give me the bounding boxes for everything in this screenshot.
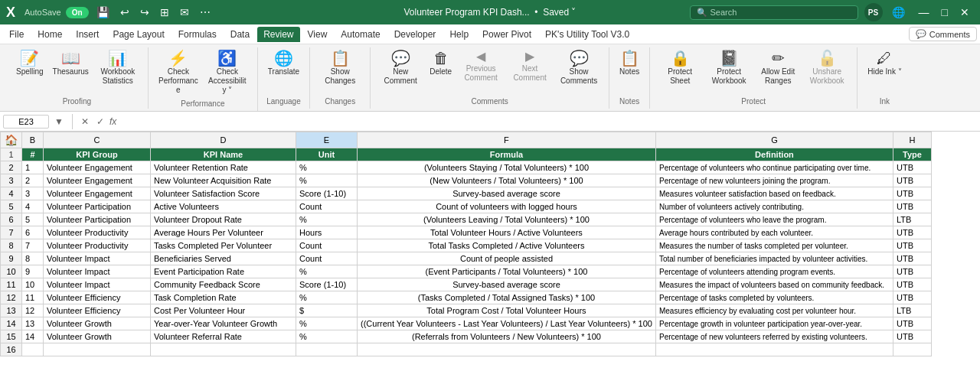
cell-kpi-group[interactable]: Volunteer Impact <box>44 278 151 291</box>
cell-unit[interactable]: % <box>296 161 358 174</box>
cell-kpi-name[interactable]: Cost Per Volunteer Hour <box>151 304 296 317</box>
cell-kpi-name[interactable]: Beneficiaries Served <box>151 252 296 265</box>
cell-definition[interactable]: Percentage of volunteers who continue pa… <box>655 161 893 174</box>
row-num[interactable]: 14 <box>1 317 22 330</box>
hide-ink-button[interactable]: 🖊 Hide Ink ˅ <box>864 47 905 80</box>
cell-num[interactable]: 11 <box>22 291 44 304</box>
cell-num[interactable]: 9 <box>22 265 44 278</box>
col-header-f[interactable]: F <box>358 132 656 148</box>
cell-formula[interactable]: (Volunteers Leaving / Total Volunteers) … <box>358 213 656 226</box>
cell-type[interactable]: LTB <box>893 304 931 317</box>
cell-kpi-group[interactable]: Volunteer Efficiency <box>44 304 151 317</box>
cell-type[interactable]: UTB <box>893 317 931 330</box>
redo-button[interactable]: ↪ <box>137 5 152 20</box>
cell-definition[interactable]: Average hours contributed by each volunt… <box>655 226 893 239</box>
menu-item-view[interactable]: View <box>302 27 334 42</box>
cell-kpi-name[interactable]: Event Participation Rate <box>151 265 296 278</box>
cell-formula[interactable]: Total Volunteer Hours / Active Volunteer… <box>358 226 656 239</box>
cell-empty[interactable] <box>296 343 358 356</box>
col-header-home[interactable]: 🏠 <box>1 132 22 148</box>
cell-definition[interactable]: Measures the number of tasks completed p… <box>655 239 893 252</box>
cell-type[interactable]: UTB <box>893 187 931 200</box>
cell-kpi-name[interactable]: Active Volunteers <box>151 200 296 213</box>
cell-kpi-group[interactable]: Volunteer Engagement <box>44 174 151 187</box>
cell-empty[interactable] <box>22 343 44 356</box>
cell-unit[interactable]: Count <box>296 200 358 213</box>
confirm-formula-button[interactable]: ✓ <box>94 116 106 128</box>
protect-sheet-button[interactable]: 🔒 Protect Sheet <box>656 47 704 89</box>
menu-item-review[interactable]: Review <box>257 27 299 42</box>
menu-item-formulas[interactable]: Formulas <box>172 27 223 42</box>
cell-type[interactable]: UTB <box>893 226 931 239</box>
save-button[interactable]: 💾 <box>93 5 113 20</box>
delete-comment-button[interactable]: 🗑 Delete <box>426 47 456 80</box>
cell-num[interactable]: 1 <box>22 161 44 174</box>
menu-item-developer[interactable]: Developer <box>388 27 443 42</box>
cell-type[interactable]: UTB <box>893 330 931 343</box>
cell-unit[interactable]: Count <box>296 239 358 252</box>
cell-kpi-group[interactable]: Volunteer Productivity <box>44 226 151 239</box>
cell-kpi-group[interactable]: Volunteer Participation <box>44 200 151 213</box>
cell-definition[interactable]: Percentage of new volunteers joining the… <box>655 174 893 187</box>
table-icon-button[interactable]: ⊞ <box>157 5 172 20</box>
row-num[interactable]: 7 <box>1 226 22 239</box>
cell-formula[interactable]: Count of people assisted <box>358 252 656 265</box>
more-tools-button[interactable]: ⋯ <box>197 5 214 20</box>
cell-kpi-group[interactable]: Volunteer Engagement <box>44 187 151 200</box>
cell-kpi-name[interactable]: Community Feedback Score <box>151 278 296 291</box>
cell-unit[interactable]: % <box>296 330 358 343</box>
cell-formula[interactable]: (Referrals from Volunteers / New Volunte… <box>358 330 656 343</box>
cell-kpi-group[interactable]: Volunteer Engagement <box>44 161 151 174</box>
cell-unit[interactable]: Hours <box>296 226 358 239</box>
menu-item-automate[interactable]: Automate <box>335 27 386 42</box>
row-num[interactable]: 2 <box>1 161 22 174</box>
cell-type[interactable]: UTB <box>893 265 931 278</box>
cell-type[interactable]: UTB <box>893 291 931 304</box>
cell-type[interactable]: UTB <box>893 174 931 187</box>
cell-num[interactable]: 4 <box>22 200 44 213</box>
new-comment-button[interactable]: 💬 New Comment <box>377 47 424 89</box>
cell-num[interactable]: 7 <box>22 239 44 252</box>
cell-definition[interactable]: Measures the impact of volunteers based … <box>655 278 893 291</box>
cell-kpi-name[interactable]: New Volunteer Acquisition Rate <box>151 174 296 187</box>
col-header-c[interactable]: C <box>44 132 151 148</box>
menu-item-data[interactable]: Data <box>224 27 256 42</box>
cell-definition[interactable]: Percentage of new volunteers referred by… <box>655 330 893 343</box>
cell-definition[interactable]: Percentage of volunteers who leave the p… <box>655 213 893 226</box>
cell-empty[interactable] <box>44 343 151 356</box>
cell-type[interactable]: UTB <box>893 200 931 213</box>
cell-formula[interactable]: Count of volunteers with logged hours <box>358 200 656 213</box>
cell-formula[interactable]: Survey-based average score <box>358 278 656 291</box>
cell-definition[interactable]: Percentage of tasks completed by volunte… <box>655 291 893 304</box>
notes-button[interactable]: 📋 Notes <box>616 47 643 80</box>
cell-num[interactable]: 8 <box>22 252 44 265</box>
cell-kpi-group[interactable]: Volunteer Participation <box>44 213 151 226</box>
cell-num[interactable]: 6 <box>22 226 44 239</box>
cell-kpi-name[interactable]: Year-over-Year Volunteer Growth <box>151 317 296 330</box>
avatar[interactable]: PS <box>864 3 883 21</box>
cell-definition[interactable]: Measures volunteer satisfaction based on… <box>655 187 893 200</box>
col-header-e[interactable]: E <box>296 132 358 148</box>
cell-unit[interactable]: Score (1-10) <box>296 278 358 291</box>
cell-definition[interactable]: Total number of beneficiaries impacted b… <box>655 252 893 265</box>
cell-formula[interactable]: (Tasks Completed / Total Assigned Tasks)… <box>358 291 656 304</box>
cell-unit[interactable]: % <box>296 265 358 278</box>
cell-definition[interactable]: Percentage of volunteers attending progr… <box>655 265 893 278</box>
cell-num[interactable]: 13 <box>22 317 44 330</box>
cell-empty[interactable] <box>358 343 656 356</box>
translate-button[interactable]: 🌐 Translate <box>264 47 303 80</box>
cell-definition[interactable]: Percentage growth in volunteer participa… <box>655 317 893 330</box>
cell-num[interactable]: 10 <box>22 278 44 291</box>
row-num[interactable]: 9 <box>1 252 22 265</box>
close-button[interactable]: ✕ <box>956 6 974 18</box>
cell-formula[interactable]: Survey-based average score <box>358 187 656 200</box>
cell-unit[interactable]: $ <box>296 304 358 317</box>
cell-unit[interactable]: Count <box>296 252 358 265</box>
menu-item-page-layout[interactable]: Page Layout <box>106 27 170 42</box>
cell-unit[interactable]: % <box>296 317 358 330</box>
minimize-button[interactable]: — <box>914 6 934 18</box>
formula-input[interactable] <box>119 116 977 127</box>
row-num[interactable]: 11 <box>1 278 22 291</box>
cell-definition[interactable]: Measures efficiency by evaluating cost p… <box>655 304 893 317</box>
cell-type[interactable]: UTB <box>893 161 931 174</box>
